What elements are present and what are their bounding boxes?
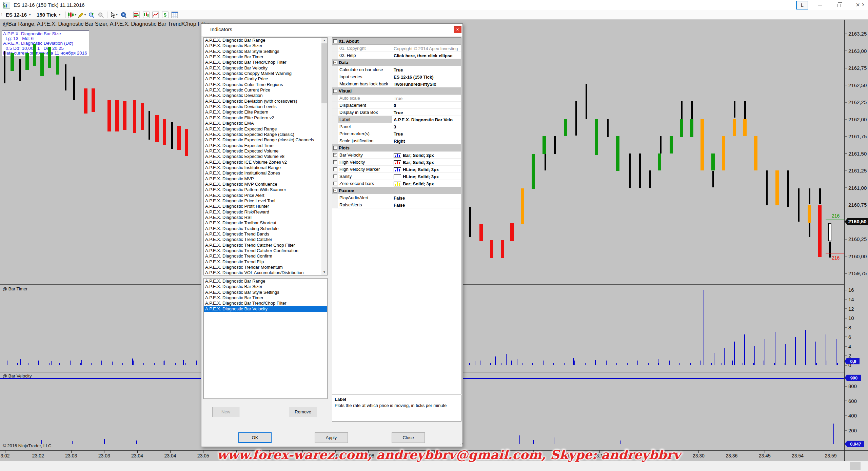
available-indicator-item[interactable]: A.P.E.X. Diagnostic MVP Confluence xyxy=(204,182,321,187)
scroll-left-icon[interactable]: ‹ xyxy=(3,0,5,8)
minimize-button[interactable] xyxy=(812,0,827,10)
available-indicator-item[interactable]: A.P.E.X. Diagnostic Elite Pattern v2 xyxy=(204,115,321,121)
available-indicator-item[interactable]: A.P.E.X. Diagnostic RSI xyxy=(204,215,321,220)
data-box-button[interactable] xyxy=(119,11,128,19)
scroll-up-icon[interactable]: ▲ xyxy=(321,38,327,43)
property-row[interactable]: 02. HelpClick here, then click ellipse xyxy=(332,52,461,59)
property-row[interactable]: +Zero-second barsBar; Solid; 3px xyxy=(332,180,461,187)
ok-button[interactable]: OK xyxy=(238,432,272,443)
account-button[interactable]: $ xyxy=(160,11,170,19)
property-row[interactable]: Maximum bars look backTwoHundredFiftySix xyxy=(332,80,461,87)
property-value[interactable]: ES 12-16 (150 Tick) xyxy=(392,73,461,80)
bar-style-button[interactable]: ▼ xyxy=(67,11,77,19)
dialog-close-button[interactable]: × xyxy=(454,26,461,33)
property-value[interactable]: True xyxy=(392,66,461,73)
close-button[interactable]: Close xyxy=(392,432,425,443)
available-indicator-item[interactable]: A.P.E.X. Diagnostic Institutional Zones xyxy=(204,170,321,176)
available-indicator-item[interactable]: A.P.E.X. Diagnostic Profit Hunter xyxy=(204,204,321,209)
expand-icon[interactable]: + xyxy=(333,153,337,157)
grid-button[interactable] xyxy=(170,11,179,19)
property-row[interactable]: Auto scaleTrue xyxy=(332,95,461,102)
property-value[interactable]: False xyxy=(392,194,461,201)
collapse-icon[interactable]: − xyxy=(333,89,337,93)
expand-icon[interactable]: + xyxy=(333,175,337,178)
available-indicator-item[interactable]: A.P.E.X. Diagnostic Trading Schedule xyxy=(204,226,321,231)
available-indicator-item[interactable]: A.P.E.X. Diagnostic Bar Trend/Chop Filte… xyxy=(204,60,321,65)
property-row[interactable]: LabelA.P.E.X. Diagnostic Bar Velo xyxy=(332,116,461,123)
property-row[interactable]: Display in Data BoxTrue xyxy=(332,109,461,116)
resize-grip[interactable] xyxy=(460,445,461,445)
property-value[interactable]: Bar; Solid; 3px xyxy=(392,151,461,158)
property-value[interactable]: Bar; Solid; 3px xyxy=(392,159,461,165)
property-value[interactable]: Right xyxy=(392,137,461,144)
available-indicator-item[interactable]: A.P.E.X. Diagnostic Expected Volume xyxy=(204,148,321,154)
available-indicator-item[interactable]: A.P.E.X. Diagnostic Expected Range (clas… xyxy=(204,137,321,143)
available-indicator-item[interactable]: A.P.E.X. Diagnostic Trend Flip xyxy=(204,259,321,265)
available-indicator-item[interactable]: A.P.E.X. Diagnostic Trend Bands xyxy=(204,231,321,237)
available-indicator-item[interactable]: A.P.E.X. Diagnostic Deviation xyxy=(204,93,321,98)
line-chart-button[interactable] xyxy=(151,11,160,19)
collapse-icon[interactable]: − xyxy=(333,61,337,64)
drawing-tools-button[interactable]: ▼ xyxy=(77,11,86,19)
collapse-icon[interactable]: − xyxy=(333,189,337,192)
chart-button[interactable] xyxy=(141,11,151,19)
available-indicator-item[interactable]: A.P.E.X. Diagnostic Expected Range (clas… xyxy=(204,132,321,137)
available-indicators-list[interactable]: A.P.E.X. Diagnostic Bar RangeA.P.E.X. Di… xyxy=(203,37,328,275)
property-row[interactable]: +High VelocityBar; Solid; 3px xyxy=(332,159,461,166)
property-value[interactable]: False xyxy=(392,201,461,208)
property-section-header[interactable]: −01. About xyxy=(332,38,461,45)
remove-button[interactable]: Remove xyxy=(289,407,317,417)
available-indicator-item[interactable]: A.P.E.X. Diagnostic Trend Catcher xyxy=(204,237,321,242)
dialog-titlebar[interactable]: Indicators × xyxy=(201,24,462,36)
collapse-icon[interactable]: − xyxy=(333,146,337,150)
restore-button[interactable] xyxy=(831,0,846,10)
scroll-right-icon[interactable]: › xyxy=(862,0,864,8)
property-value[interactable]: TwoHundredFiftySix xyxy=(392,80,461,87)
property-section-header[interactable]: −Разное xyxy=(332,187,461,194)
available-indicator-item[interactable]: A.P.E.X. Diagnostic VOL Accumulation/Dis… xyxy=(204,270,321,275)
available-indicator-item[interactable]: A.P.E.X. Diagnostic Price Level Tool xyxy=(204,198,321,204)
selected-indicators-list[interactable]: A.P.E.X. Diagnostic Bar RangeA.P.E.X. Di… xyxy=(203,278,328,399)
available-indicator-item[interactable]: A.P.E.X. Diagnostic Bar Sizer xyxy=(204,43,321,48)
new-button[interactable]: New xyxy=(212,407,239,417)
available-indicator-item[interactable]: A.P.E.X. Diagnostic Expected Range xyxy=(204,126,321,132)
available-indicator-item[interactable]: A.P.E.X. Diagnostic EMA xyxy=(204,121,321,126)
property-row[interactable]: 01. CopyrightCopyright © 2014 Apex Inves… xyxy=(332,45,461,52)
expand-icon[interactable]: + xyxy=(333,182,337,185)
zoom-in-button[interactable] xyxy=(86,11,96,19)
property-value[interactable]: True xyxy=(392,109,461,116)
property-value[interactable]: 0 xyxy=(392,102,461,108)
property-value[interactable]: True xyxy=(392,95,461,101)
selected-indicator-item[interactable]: A.P.E.X. Diagnostic Bar Sizer xyxy=(204,284,327,289)
available-indicator-item[interactable]: A.P.E.X. Diagnostic MVP xyxy=(204,176,321,182)
available-indicator-item[interactable]: A.P.E.X. Diagnostic Bar Style Settings xyxy=(204,49,321,54)
horizontal-scrollbar[interactable] xyxy=(0,461,868,471)
available-indicator-item[interactable]: A.P.E.X. Diagnostic Expected Volume v8 xyxy=(204,154,321,159)
available-indicator-item[interactable]: A.P.E.X. Diagnostic Color Time Regions xyxy=(204,82,321,87)
available-indicator-item[interactable]: A.P.E.X. Diagnostic Deviation Levels xyxy=(204,104,321,109)
selected-indicator-item[interactable]: A.P.E.X. Diagnostic Bar Trend/Chop Filte… xyxy=(204,301,327,306)
property-row[interactable]: +High Velocity MarkerHLine; Solid; 3px xyxy=(332,166,461,173)
toolbar-grip[interactable]: ⁞ xyxy=(1,12,2,17)
available-indicator-item[interactable]: A.P.E.X. Diagnostic Trend Confirm xyxy=(204,253,321,259)
property-row[interactable]: Input seriesES 12-16 (150 Tick) xyxy=(332,73,461,80)
list-scrollbar[interactable]: ▲ ▼ xyxy=(321,38,327,275)
available-indicator-item[interactable]: A.P.E.X. Diagnostic Trend Catcher Chop F… xyxy=(204,243,321,248)
property-value[interactable]: A.P.E.X. Diagnostic Bar Velo xyxy=(392,116,461,123)
property-value[interactable]: Click here, then click ellipse xyxy=(392,52,461,59)
expand-icon[interactable]: + xyxy=(333,167,337,171)
property-row[interactable]: Price marker(s)True xyxy=(332,130,461,137)
property-value[interactable]: Copyright © 2014 Apex Investing xyxy=(392,45,461,52)
property-row[interactable]: +SanityHLine; Solid; 3px xyxy=(332,173,461,180)
available-indicator-item[interactable]: A.P.E.X. Diagnostic Trend Catcher Confir… xyxy=(204,248,321,253)
available-indicator-item[interactable]: A.P.E.X. Diagnostic Price Alert xyxy=(204,193,321,198)
available-indicator-item[interactable]: A.P.E.X. Diagnostic Risk/Reward xyxy=(204,209,321,215)
available-indicator-item[interactable]: A.P.E.X. Diagnostic Institutional Range xyxy=(204,165,321,170)
available-indicator-item[interactable]: A.P.E.X. Diagnostic Bar Velocity xyxy=(204,65,321,71)
property-value[interactable]: HLine; Solid; 3px xyxy=(392,166,461,172)
scrollbar-thumb[interactable] xyxy=(850,462,861,470)
selected-indicator-item[interactable]: A.P.E.X. Diagnostic Bar Range xyxy=(204,279,327,284)
available-indicator-item[interactable]: A.P.E.X. Diagnostic Current Price xyxy=(204,87,321,93)
link-button[interactable]: L xyxy=(796,1,808,9)
property-row[interactable]: Scale justificationRight xyxy=(332,137,461,144)
